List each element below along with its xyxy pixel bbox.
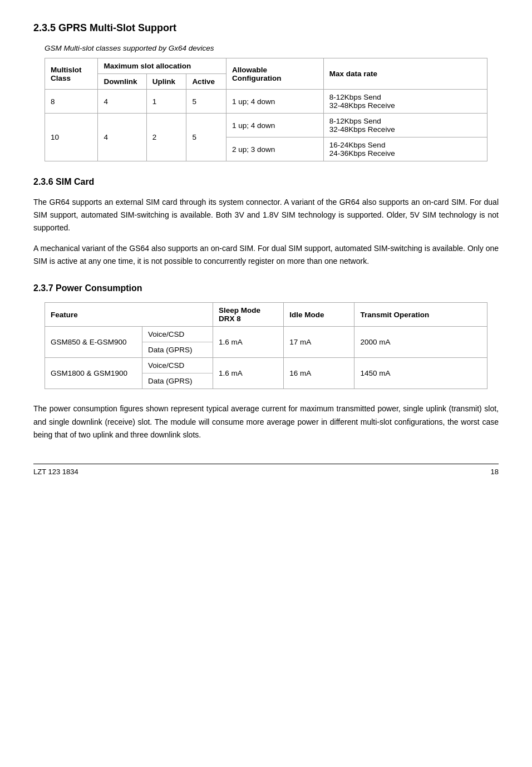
cell-rate: 8-12Kbps Send32-48Kbps Receive [323, 90, 487, 114]
cell-rate: 16-24Kbps Send24-36Kbps Receive [323, 137, 487, 161]
col-downlink: Downlink [98, 74, 146, 90]
col-sleep: Sleep ModeDRX 8 [213, 303, 284, 327]
power-section: 2.3.7 Power Consumption Feature Sleep Mo… [33, 283, 499, 441]
power-para1: The power consumption figures shown repr… [33, 402, 499, 441]
col-multislot-class: Multislot Class [45, 58, 98, 90]
sim-para2: A mechanical variant of the GS64 also su… [33, 242, 499, 268]
cell-sleep: 1.6 mA [213, 358, 284, 389]
table-header-row: Multislot Class Maximum slot allocation … [45, 58, 487, 74]
cell-config: 2 up; 3 down [226, 137, 323, 161]
cell-feature: GSM850 & E-GSM900 [45, 327, 142, 358]
sim-section: 2.3.6 SIM Card The GR64 supports an exte… [33, 177, 499, 268]
gprs-table-wrap: GSM Multi-slot classes supported by Gx64… [45, 44, 487, 161]
cell-idle: 17 mA [284, 327, 354, 358]
cell-downlink: 4 [98, 114, 146, 161]
cell-idle: 16 mA [284, 358, 354, 389]
table-row: 10 4 2 5 1 up; 4 down 8-12Kbps Send32-48… [45, 114, 487, 137]
cell-transmit: 1450 mA [354, 358, 487, 389]
cell-sub-feature: Voice/CSD [142, 358, 213, 373]
power-table: Feature Sleep ModeDRX 8 Idle Mode Transm… [45, 302, 487, 389]
col-uplink: Uplink [146, 74, 186, 90]
footer-right: 18 [491, 468, 499, 476]
cell-sub-feature: Data (GPRS) [142, 373, 213, 389]
cell-sleep: 1.6 mA [213, 327, 284, 358]
cell-transmit: 2000 mA [354, 327, 487, 358]
sim-heading: 2.3.6 SIM Card [33, 177, 499, 187]
power-heading: 2.3.7 Power Consumption [33, 283, 499, 293]
cell-active: 5 [186, 114, 226, 161]
footer-left: LZT 123 1834 [33, 468, 78, 476]
cell-active: 5 [186, 90, 226, 114]
gprs-section: 2.3.5 GPRS Multi-Slot Support GSM Multi-… [33, 22, 499, 161]
col-max-slot: Maximum slot allocation [98, 58, 226, 74]
gprs-caption: GSM Multi-slot classes supported by Gx64… [45, 44, 487, 52]
cell-uplink: 1 [146, 90, 186, 114]
cell-sub-feature: Data (GPRS) [142, 342, 213, 358]
power-table-wrap: Feature Sleep ModeDRX 8 Idle Mode Transm… [45, 302, 487, 389]
table-row: 8 4 1 5 1 up; 4 down 8-12Kbps Send32-48K… [45, 90, 487, 114]
gprs-table: Multislot Class Maximum slot allocation … [45, 58, 487, 161]
col-allowable-config: Allowable Configuration [226, 58, 323, 90]
col-active: Active [186, 74, 226, 90]
table-row: GSM850 & E-GSM900 Voice/CSD 1.6 mA 17 mA… [45, 327, 487, 342]
gprs-heading: 2.3.5 GPRS Multi-Slot Support [33, 22, 499, 34]
sim-para1: The GR64 supports an external SIM card t… [33, 196, 499, 234]
col-max-data-rate: Max data rate [323, 58, 487, 90]
cell-sub-feature: Voice/CSD [142, 327, 213, 342]
cell-feature: GSM1800 & GSM1900 [45, 358, 142, 389]
cell-config: 1 up; 4 down [226, 90, 323, 114]
cell-config: 1 up; 4 down [226, 114, 323, 137]
col-idle: Idle Mode [284, 303, 354, 327]
cell-uplink: 2 [146, 114, 186, 161]
cell-downlink: 4 [98, 90, 146, 114]
cell-class: 8 [45, 90, 98, 114]
power-header-row: Feature Sleep ModeDRX 8 Idle Mode Transm… [45, 303, 487, 327]
cell-class: 10 [45, 114, 98, 161]
footer: LZT 123 1834 18 [33, 464, 499, 476]
col-feature: Feature [45, 303, 213, 327]
col-transmit: Transmit Operation [354, 303, 487, 327]
cell-rate: 8-12Kbps Send32-48Kbps Receive [323, 114, 487, 137]
table-row: GSM1800 & GSM1900 Voice/CSD 1.6 mA 16 mA… [45, 358, 487, 373]
